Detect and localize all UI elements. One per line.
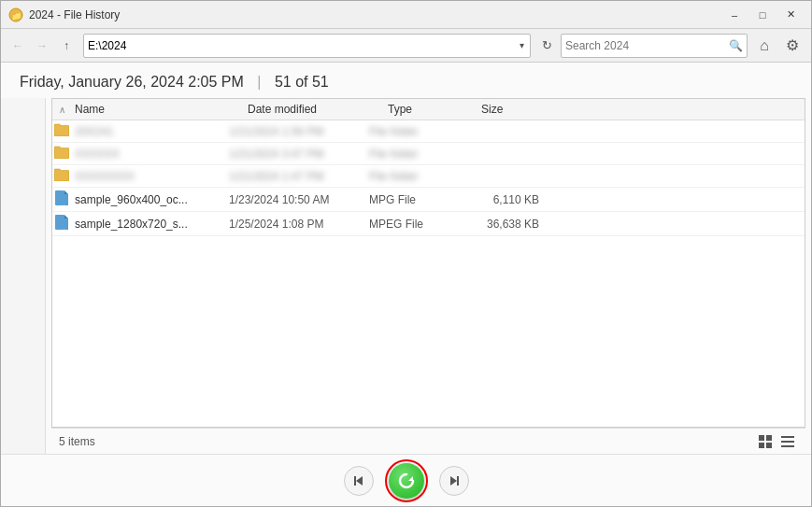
file-type: File folder <box>365 148 459 161</box>
svg-rect-9 <box>766 435 772 441</box>
datetime-text: Friday, January 26, 2024 2:05 PM | 51 of… <box>20 74 329 90</box>
up-button[interactable]: ↑ <box>55 35 78 57</box>
file-date: 1/21/2024 1:56 PM <box>225 125 365 138</box>
back-button[interactable]: ← <box>7 35 29 57</box>
bottom-navigation <box>1 454 811 506</box>
table-row[interactable]: sample_960x400_oc...1/23/2024 10:50 AMMP… <box>52 188 805 212</box>
column-size[interactable]: Size <box>477 103 562 116</box>
svg-marker-15 <box>356 476 363 486</box>
file-panel: ∧ Name Date modified Type Size 20X2411/2… <box>46 98 811 454</box>
content-area: ∧ Name Date modified Type Size 20X2411/2… <box>1 98 811 454</box>
svg-rect-11 <box>766 443 772 448</box>
svg-text:📁: 📁 <box>11 10 22 21</box>
svg-rect-13 <box>781 441 794 443</box>
file-rows-container: 20X2411/21/2024 1:56 PMFile folderXXXXXX… <box>52 120 805 236</box>
close-button[interactable]: ✕ <box>777 6 804 24</box>
table-row[interactable]: XXXXXXXX1/21/2024 1:47 PMFile folder <box>52 165 805 188</box>
svg-rect-14 <box>781 445 794 447</box>
separator: | <box>257 74 261 90</box>
svg-marker-6 <box>64 215 68 218</box>
file-name: sample_1280x720_s... <box>71 218 225 231</box>
forward-button[interactable]: → <box>31 35 53 57</box>
file-name: XXXXXX <box>71 148 225 161</box>
address-bar: ▾ <box>83 34 531 58</box>
window-title: 2024 - File History <box>29 8 721 21</box>
svg-rect-19 <box>457 476 459 486</box>
folder-icon <box>52 123 71 139</box>
svg-rect-8 <box>759 435 764 441</box>
file-type: File folder <box>365 170 459 183</box>
column-name[interactable]: Name <box>71 103 244 116</box>
view-buttons <box>755 431 798 452</box>
file-date: 1/25/2024 1:08 PM <box>225 218 365 231</box>
search-button[interactable]: 🔍 <box>729 39 743 52</box>
svg-rect-4 <box>64 194 68 205</box>
address-dropdown-button[interactable]: ▾ <box>518 40 526 50</box>
column-date-modified[interactable]: Date modified <box>244 103 384 116</box>
svg-marker-18 <box>450 476 457 486</box>
prev-button[interactable] <box>344 466 374 496</box>
file-date: 1/21/2024 1:47 PM <box>225 170 365 183</box>
file-type: File folder <box>365 125 459 138</box>
file-name: sample_960x400_oc... <box>71 193 225 206</box>
address-input[interactable] <box>88 39 518 52</box>
restore-button[interactable] <box>389 463 424 499</box>
folder-icon <box>52 146 71 162</box>
sidebar <box>1 98 46 454</box>
file-list-header: ∧ Name Date modified Type Size <box>52 99 805 120</box>
file-type: MPEG File <box>365 218 459 231</box>
file-date: 1/23/2024 10:50 AM <box>225 193 365 206</box>
sort-arrow: ∧ <box>52 105 71 115</box>
svg-rect-16 <box>354 476 356 486</box>
file-name: XXXXXXXX <box>71 170 225 183</box>
app-icon: 📁 <box>8 7 23 22</box>
svg-rect-10 <box>759 443 764 448</box>
list-view-button[interactable] <box>777 431 798 452</box>
file-type: MPG File <box>365 193 459 206</box>
file-icon <box>52 215 71 232</box>
main-window: 📁 2024 - File History – □ ✕ ← → ↑ ▾ ↻ 🔍 … <box>0 0 812 507</box>
file-size: 36,638 KB <box>459 218 543 231</box>
minimize-button[interactable]: – <box>721 6 748 24</box>
refresh-button[interactable]: ↻ <box>536 35 557 56</box>
file-date: 1/21/2024 3:47 PM <box>225 148 365 161</box>
status-bar: 5 items <box>51 428 805 454</box>
position-value: 51 of 51 <box>275 74 329 90</box>
maximize-button[interactable]: □ <box>749 6 776 24</box>
home-button[interactable]: ⌂ <box>751 33 777 59</box>
svg-rect-12 <box>781 436 794 438</box>
file-list-container[interactable]: ∧ Name Date modified Type Size 20X2411/2… <box>51 98 805 428</box>
settings-button[interactable]: ⚙ <box>779 33 805 59</box>
column-type[interactable]: Type <box>384 103 477 116</box>
next-button[interactable] <box>439 466 469 496</box>
item-count: 5 items <box>59 435 95 448</box>
search-input[interactable] <box>565 39 729 52</box>
title-bar: 📁 2024 - File History – □ ✕ <box>1 1 811 29</box>
datetime-value: Friday, January 26, 2024 2:05 PM <box>20 74 244 90</box>
table-row[interactable]: 20X2411/21/2024 1:56 PMFile folder <box>52 120 805 143</box>
info-bar: Friday, January 26, 2024 2:05 PM | 51 of… <box>1 63 811 98</box>
table-row[interactable]: XXXXXX1/21/2024 3:47 PMFile folder <box>52 143 805 165</box>
file-size: 6,110 KB <box>459 193 543 206</box>
svg-marker-17 <box>408 476 413 481</box>
table-row[interactable]: sample_1280x720_s...1/25/2024 1:08 PMMPE… <box>52 212 805 236</box>
restore-button-container <box>385 459 428 502</box>
svg-rect-2 <box>55 190 64 205</box>
file-name: 20X241 <box>71 125 225 138</box>
details-view-button[interactable] <box>755 431 776 452</box>
svg-rect-7 <box>64 218 68 230</box>
navigation-bar: ← → ↑ ▾ ↻ 🔍 ⌂ ⚙ <box>1 29 811 63</box>
file-icon <box>52 190 71 208</box>
svg-marker-3 <box>64 190 68 194</box>
svg-rect-5 <box>55 215 64 230</box>
search-bar: 🔍 <box>561 34 748 58</box>
window-controls: – □ ✕ <box>721 6 804 24</box>
folder-icon <box>52 168 71 184</box>
